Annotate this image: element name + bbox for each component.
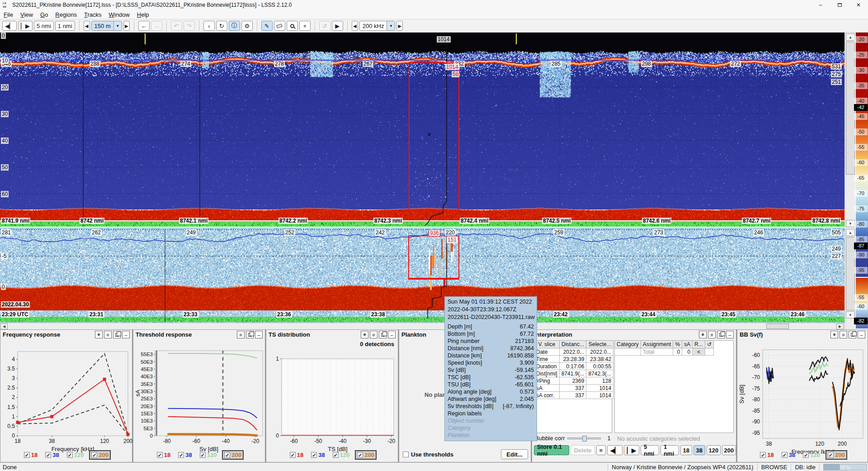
freq-18-button[interactable]: 18 <box>680 445 692 455</box>
panel-settings-icon[interactable]: ∗ <box>699 331 707 338</box>
jump-1nmi-button[interactable]: 1 nmi <box>55 21 75 31</box>
reset-icon[interactable]: ↺ <box>705 341 713 348</box>
panel-minimize-icon[interactable]: – <box>388 331 396 338</box>
hscroll-thumb[interactable] <box>766 324 789 329</box>
freq-checkbox-120[interactable]: ✓120 <box>198 450 219 460</box>
freq-checkbox-120[interactable]: ✓120 <box>65 450 86 460</box>
page-back-button[interactable]: ◀▏ <box>2 21 17 31</box>
table-row[interactable]: Total00< <box>615 348 714 356</box>
table-row[interactable]: Dist[nmi]8741.9(...8742.3(... <box>534 370 613 377</box>
refresh-button[interactable]: ↻ <box>216 21 227 31</box>
menu-item-view[interactable]: View <box>17 11 37 19</box>
depth-range-prev-button[interactable]: ◀ <box>84 21 90 31</box>
panel-menu-icon[interactable]: ≡ <box>840 331 847 338</box>
frequency-next-button[interactable]: ▶ <box>396 21 403 31</box>
step-forward-button[interactable]: › <box>203 21 215 31</box>
slider-thumb[interactable] <box>582 436 587 442</box>
scroll-up-icon[interactable]: ▲ <box>846 229 855 236</box>
panel-settings-icon[interactable]: ∗ <box>830 331 838 338</box>
table-row[interactable]: Date2022.0...2022.0... <box>534 348 613 356</box>
frequency-prev-button[interactable]: ◀ <box>352 21 358 31</box>
chevron-down-icon[interactable]: ▼ <box>113 21 122 30</box>
freq-checkbox-200[interactable]: ✓200 <box>89 450 111 460</box>
step-back-button[interactable]: ◀▏ <box>607 445 623 455</box>
panel-copy-icon[interactable] <box>379 331 387 338</box>
panel-menu-icon[interactable]: ≡ <box>237 331 245 338</box>
minimize-button[interactable]: – <box>811 0 830 10</box>
collapse-button[interactable]: < <box>693 348 705 356</box>
vscroll-thumb-bottom[interactable] <box>846 237 855 310</box>
zoom-tool-button[interactable] <box>287 21 298 31</box>
category-table[interactable]: CategoryAssignment%sAR...↺Total00< <box>614 340 714 356</box>
add-tool-button[interactable]: + <box>299 21 311 31</box>
store-button[interactable]: Store 0.1 nmi <box>534 445 569 455</box>
freq-checkbox-38[interactable]: ✓38 <box>309 450 327 460</box>
history-back-button[interactable]: ↺ <box>319 21 330 31</box>
forward-button[interactable]: → <box>151 21 162 31</box>
nav-1nmi-button[interactable]: 1 nmi <box>660 445 679 455</box>
freq-38-button[interactable]: 38 <box>693 445 705 455</box>
frequency-combo[interactable]: 200 kHz ▼ <box>359 21 396 31</box>
panel-settings-icon[interactable]: ∗ <box>361 331 368 338</box>
freq-checkbox-18[interactable]: ✓18 <box>22 450 40 460</box>
scroll-down-icon[interactable]: ▼ <box>846 220 855 227</box>
layer-menu-button[interactable]: ≡ <box>596 445 606 455</box>
freq-checkbox-38[interactable]: ✓38 <box>779 450 797 460</box>
menu-item-file[interactable]: File <box>0 11 17 19</box>
freq-200-button[interactable]: 200 <box>722 445 736 455</box>
jump-5nmi-button[interactable]: 5 nmi <box>34 21 54 31</box>
scroll-left-icon[interactable]: ◀ <box>0 324 8 329</box>
table-row[interactable]: #Ping2369128 <box>534 377 613 385</box>
panel-copy-icon[interactable] <box>113 331 121 338</box>
panel-copy-icon[interactable] <box>246 331 254 338</box>
panel-copy-icon[interactable] <box>717 331 725 338</box>
panel-menu-icon[interactable]: ≡ <box>708 331 716 338</box>
freq-checkbox-18[interactable]: ✓18 <box>288 450 306 460</box>
freq-checkbox-38[interactable]: ✓38 <box>176 450 194 460</box>
freq-120-button[interactable]: 120 <box>707 445 721 455</box>
freq-checkbox-120[interactable]: ✓120 <box>330 450 352 460</box>
freq-checkbox-120[interactable]: ✓120 <box>801 450 822 460</box>
settings-gear-button[interactable]: ⚙ <box>241 21 253 31</box>
panel-minimize-icon[interactable]: – <box>726 331 734 338</box>
panel-minimize-icon[interactable]: – <box>122 331 130 338</box>
close-button[interactable]: ✕ <box>849 0 868 10</box>
panel-minimize-icon[interactable]: – <box>858 331 865 338</box>
freq-checkbox-38[interactable]: ✓38 <box>43 450 61 460</box>
table-row[interactable]: sA corr.3371014 <box>534 392 613 399</box>
freq-checkbox-18[interactable]: ✓18 <box>758 450 776 460</box>
echogram-hscrollbar[interactable]: ◀ ▶ <box>0 323 844 329</box>
pencil-tool-button[interactable]: ✎ <box>261 21 273 31</box>
depth-range-next-button[interactable]: ▶ <box>123 21 130 31</box>
table-row[interactable]: sA3371014 <box>534 385 613 392</box>
delete-button[interactable]: Delete <box>571 445 594 455</box>
eraser-tool-button[interactable] <box>274 21 285 31</box>
redo-button[interactable]: ↷ <box>184 21 195 31</box>
menu-item-tracks[interactable]: Tracks <box>80 11 105 19</box>
edit-button[interactable]: Edit... <box>501 449 528 459</box>
menu-item-regions[interactable]: Regions <box>52 11 80 19</box>
undo-button[interactable]: ↶ <box>171 21 182 31</box>
panel-menu-icon[interactable]: ≡ <box>370 331 377 338</box>
menu-item-help[interactable]: Help <box>133 11 153 19</box>
menu-item-window[interactable]: Window <box>105 11 133 19</box>
back-button[interactable]: ← <box>138 21 150 31</box>
freq-checkbox-200[interactable]: ✓200 <box>826 450 847 460</box>
chevron-down-icon[interactable]: ▼ <box>387 21 395 30</box>
scroll-down-icon[interactable]: ▼ <box>846 311 855 319</box>
step-forward-button[interactable]: ▏▶ <box>624 445 639 455</box>
play-button[interactable]: ▶ <box>332 21 343 31</box>
scroll-up-icon[interactable]: ▲ <box>846 33 855 41</box>
panel-menu-icon[interactable]: ≡ <box>104 331 112 338</box>
table-row[interactable]: Time23:28:3923:38:42 <box>534 356 613 363</box>
maximize-button[interactable] <box>830 0 849 10</box>
panel-copy-icon[interactable] <box>849 331 856 338</box>
use-thresholds-checkbox[interactable] <box>403 452 409 457</box>
page-forward-button[interactable]: ▏▶ <box>18 21 33 31</box>
freq-checkbox-200[interactable]: ✓200 <box>222 450 244 460</box>
table-row[interactable]: Duration0:17:060:00:55 <box>534 363 613 370</box>
panel-settings-icon[interactable]: ∗ <box>95 331 103 338</box>
panel-minimize-icon[interactable]: – <box>255 331 263 338</box>
region-box-top[interactable] <box>409 62 459 210</box>
freq-checkbox-18[interactable]: ✓18 <box>155 450 173 460</box>
